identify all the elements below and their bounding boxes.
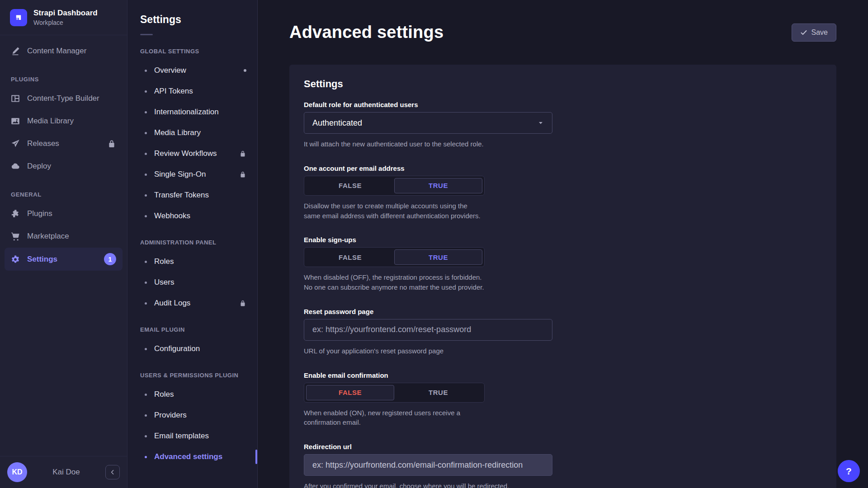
subnav-item-label: Advanced settings	[154, 452, 222, 461]
subnav-section-users-permissions-plugin: USERS & PERMISSIONS PLUGIN	[127, 359, 257, 384]
bullet-icon	[145, 261, 147, 263]
field-reset-password-page: Reset password page URL of your applicat…	[304, 308, 822, 356]
field-hint: When disabled (OFF), the registration pr…	[304, 272, 822, 292]
subnav-item-configuration[interactable]: Configuration	[127, 338, 257, 359]
field-enable-email-confirmation: Enable email confirmation FALSETRUE When…	[304, 371, 822, 428]
field-label: Enable email confirmation	[304, 371, 822, 379]
bullet-icon	[145, 174, 147, 176]
subnav-item-overview[interactable]: Overview	[127, 60, 257, 81]
sidebar-item-marketplace[interactable]: Marketplace	[0, 225, 127, 248]
subnav-sections: GLOBAL SETTINGS Overview API Tokens Inte…	[127, 35, 257, 467]
subnav-item-api-tokens[interactable]: API Tokens	[127, 81, 257, 102]
field-default-role-for-authenticated-users: Default role for authenticated users Aut…	[304, 101, 822, 149]
paper-plane-icon	[11, 139, 20, 148]
field-label: Enable sign-ups	[304, 236, 822, 244]
field-hint: URL of your application's reset password…	[304, 346, 822, 356]
sidebar-item-label: Content-Type Builder	[27, 94, 99, 103]
bullet-icon	[145, 456, 147, 458]
help-button[interactable]: ?	[838, 460, 860, 482]
bullet-icon	[145, 111, 147, 113]
bullet-icon	[145, 414, 147, 417]
save-button[interactable]: Save	[792, 23, 836, 42]
field-label: Redirection url	[304, 443, 822, 450]
sidebar-item-plugins[interactable]: Plugins	[0, 202, 127, 225]
subnav-item-roles[interactable]: Roles	[127, 251, 257, 272]
subnav-item-email-templates[interactable]: Email templates	[127, 426, 257, 446]
sidebar-item-content-manager[interactable]: Content Manager	[0, 40, 127, 62]
enable-sign-ups-option-false[interactable]: FALSE	[306, 249, 394, 265]
subnav-item-label: Single Sign-On	[154, 170, 206, 179]
subnav-item-advanced-settings[interactable]: Advanced settings	[127, 446, 257, 467]
subnav-item-single-sign-on[interactable]: Single Sign-On	[127, 164, 257, 185]
page-header: Advanced settings Save	[289, 23, 836, 42]
bullet-icon	[145, 282, 147, 284]
bullet-icon	[145, 348, 147, 350]
subnav-item-label: Configuration	[154, 344, 200, 353]
avatar[interactable]: KD	[7, 462, 27, 482]
subnav-title: Settings	[127, 0, 257, 26]
bullet-icon	[145, 215, 147, 217]
sidebar-item-releases[interactable]: Releases	[0, 132, 127, 155]
field-label: Default role for authenticated users	[304, 101, 822, 108]
chevron-left-icon	[109, 469, 116, 475]
subnav-item-label: API Tokens	[154, 87, 193, 96]
user-name: Kai Doe	[32, 468, 101, 477]
sidebar-item-label: Settings	[27, 255, 57, 264]
settings-subnav: Settings GLOBAL SETTINGS Overview API To…	[127, 0, 258, 488]
subnav-item-label: Email templates	[154, 432, 209, 441]
reset-password-page-input[interactable]	[304, 319, 552, 341]
check-icon	[800, 29, 807, 36]
subnav-item-label: Transfer Tokens	[154, 191, 209, 200]
layout-icon	[11, 94, 20, 103]
workplace-switcher[interactable]: Strapi Dashboard Workplace	[0, 0, 127, 35]
subnav-item-review-workflows[interactable]: Review Workflows	[127, 143, 257, 164]
save-button-label: Save	[811, 28, 828, 37]
select-value: Authenticated	[312, 118, 362, 128]
sidebar-item-label: Releases	[27, 139, 59, 148]
enable-email-confirmation-option-true[interactable]: TRUE	[394, 385, 482, 400]
lock-icon	[239, 150, 246, 157]
default-role-for-authenticated-users-select[interactable]: Authenticated	[304, 112, 552, 134]
bullet-icon	[145, 90, 147, 93]
brand-text: Strapi Dashboard Workplace	[33, 9, 98, 26]
subnav-item-transfer-tokens[interactable]: Transfer Tokens	[127, 185, 257, 206]
one-account-per-email-address-option-false[interactable]: FALSE	[306, 178, 394, 193]
sidebar-nav: Content Manager PLUGINS Content-Type Bui…	[0, 35, 127, 456]
enable-email-confirmation-toggle: FALSETRUE	[304, 383, 485, 403]
field-label: One account per email address	[304, 164, 822, 172]
subnav-item-label: Providers	[154, 411, 187, 420]
edit-icon	[11, 47, 20, 56]
subnav-item-media-library[interactable]: Media Library	[127, 122, 257, 143]
enable-sign-ups-option-true[interactable]: TRUE	[394, 249, 482, 265]
card-fields: Default role for authenticated users Aut…	[304, 101, 822, 488]
subnav-item-audit-logs[interactable]: Audit Logs	[127, 293, 257, 314]
bullet-icon	[145, 132, 147, 134]
page-title: Advanced settings	[289, 23, 443, 42]
subnav-section-administration-panel: ADMINISTRATION PANEL	[127, 226, 257, 251]
user-row: KD Kai Doe	[0, 456, 127, 488]
subnav-item-internationalization[interactable]: Internationalization	[127, 102, 257, 122]
subnav-item-webhooks[interactable]: Webhooks	[127, 206, 257, 226]
subnav-item-providers[interactable]: Providers	[127, 405, 257, 426]
one-account-per-email-address-toggle: FALSETRUE	[304, 176, 485, 196]
subnav-item-users[interactable]: Users	[127, 272, 257, 293]
subnav-item-roles[interactable]: Roles	[127, 384, 257, 405]
sidebar-item-content-type-builder[interactable]: Content-Type Builder	[0, 87, 127, 110]
redirection-url-input[interactable]	[304, 454, 552, 476]
subnav-section-global-settings: GLOBAL SETTINGS	[127, 35, 257, 60]
sidebar-item-label: Marketplace	[27, 232, 69, 241]
field-hint: It will attach the new authenticated use…	[304, 139, 822, 149]
notification-badge: 1	[104, 253, 116, 265]
subnav-item-label: Users	[154, 278, 174, 287]
sidebar-item-media-library[interactable]: Media Library	[0, 110, 127, 132]
sidebar-item-deploy[interactable]: Deploy	[0, 155, 127, 178]
bullet-icon	[145, 435, 147, 437]
sidebar-item-label: Plugins	[27, 209, 52, 218]
sidebar-item-settings[interactable]: Settings 1	[5, 248, 123, 271]
collapse-sidebar-button[interactable]	[105, 465, 120, 479]
strapi-logo-icon	[10, 9, 27, 26]
field-hint: Disallow the user to create multiple acc…	[304, 201, 822, 221]
puzzle-icon	[11, 209, 20, 218]
one-account-per-email-address-option-true[interactable]: TRUE	[394, 178, 482, 193]
enable-email-confirmation-option-false[interactable]: FALSE	[306, 385, 394, 400]
